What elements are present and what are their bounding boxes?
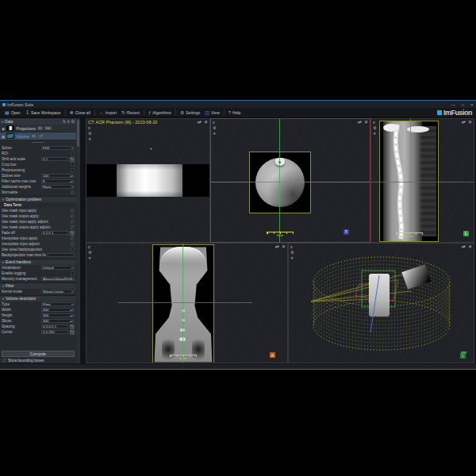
gear-icon[interactable]: ⚙ — [373, 126, 376, 130]
checkbox-checked[interactable]: ✓ — [71, 242, 75, 246]
checkbox-checked[interactable]: ✓ — [71, 214, 75, 218]
checkbox-checked[interactable]: ✓ — [71, 209, 75, 213]
checkbox-checked[interactable]: ✓ — [71, 225, 75, 229]
select-field[interactable]: None▾ — [41, 185, 75, 189]
spin-field[interactable]: 300▴▾ — [41, 313, 75, 317]
section-header-filter[interactable]: ▾Filter — [0, 282, 76, 289]
checkbox-checked[interactable]: ✓ — [71, 236, 75, 240]
spin-field[interactable]: 300▴▾ — [41, 308, 75, 312]
orientation-cube[interactable]: L — [460, 351, 467, 359]
section-collapse-icon[interactable]: ▾ — [2, 284, 4, 288]
show-bounding-boxes-checkbox[interactable]: ✓ — [2, 359, 6, 363]
checkbox-unchecked[interactable] — [71, 248, 75, 251]
compute-button[interactable]: Compute — [2, 351, 75, 357]
viewport-3d[interactable]: L ⇄✕≡⚙☀ — [288, 243, 474, 364]
edit-button[interactable]: ✎ — [70, 157, 75, 162]
toolbar-button-view[interactable]: ◫View — [202, 109, 221, 116]
close-button[interactable]: ✕ — [470, 102, 474, 107]
close-view-icon[interactable]: ✕ — [204, 120, 208, 125]
checkbox-unchecked[interactable] — [71, 271, 75, 275]
viewport-axial[interactable]: 5cm F ⇄✕≡⚙☀ — [210, 118, 370, 243]
scrollbar-thumb[interactable] — [77, 120, 79, 147]
viewport-coronal[interactable]: 5 cm A ⇄✕≡⚙☀ — [86, 243, 288, 364]
section-header-optimization-problem[interactable]: ▾Optimization problem — [0, 196, 76, 202]
data-panel-header-icon-1[interactable]: ▾ — [67, 119, 70, 124]
select-field[interactable]: Default▾ — [41, 266, 75, 270]
checkbox-checked[interactable]: ✓ — [71, 220, 75, 224]
spin-field[interactable]: 100▴▾ — [41, 174, 75, 178]
data-panel-header[interactable]: ▾ Data ⇅▾⚙ — [0, 118, 76, 125]
toolbar-button-settings[interactable]: ⚙Settings — [178, 109, 202, 116]
text-field[interactable]: 0.5 0.5 1 — [41, 324, 68, 328]
swap-view-icon[interactable]: ⇄ — [358, 120, 362, 125]
toolbar-button-open[interactable]: ▤Open — [2, 109, 23, 116]
crosshair-horizontal-red[interactable] — [371, 182, 474, 182]
show-bounding-boxes-row[interactable]: ✓ Show bounding boxes — [0, 358, 76, 363]
brightness-icon[interactable]: ☀ — [88, 137, 91, 141]
menu-icon[interactable]: ≡ — [373, 121, 376, 125]
eye-icon[interactable]: ◉ — [2, 126, 5, 131]
checkbox-unchecked[interactable] — [71, 168, 75, 172]
data-panel-header-icon-0[interactable]: ⇅ — [63, 119, 66, 124]
select-field[interactable]: FDK▾ — [41, 146, 75, 150]
brightness-icon[interactable]: ☀ — [88, 256, 91, 260]
viewport-sagittal[interactable]: 5 cm L ⇄✕≡⚙☀ — [370, 118, 474, 243]
menu-icon[interactable]: ≡ — [88, 245, 91, 249]
section-collapse-icon[interactable]: ▾ — [2, 297, 4, 301]
section-collapse-icon[interactable]: ▾ — [2, 260, 4, 264]
edit-button[interactable]: ✎ — [70, 231, 75, 236]
toolbar-button-save-workspace[interactable]: ↧Save Workspace — [23, 109, 63, 116]
toolbar-button-recent[interactable]: ↻Recent — [119, 109, 142, 116]
data-item-projections[interactable]: ◉Projections2D360 — [0, 125, 76, 132]
menu-icon[interactable]: ≡ — [290, 245, 294, 249]
toolbar-button-help[interactable]: ?Help — [226, 109, 244, 116]
crosshair-vertical-green[interactable] — [182, 244, 183, 363]
gear-icon[interactable]: ⚙ — [88, 132, 91, 136]
toolbar-button-close-all[interactable]: ⊗Close all — [67, 109, 93, 116]
text-field[interactable]: 0 0 250 — [41, 330, 68, 334]
left-panel-scrollbar[interactable] — [76, 118, 80, 363]
spin-field[interactable]: 300▴▾ — [41, 319, 75, 323]
data-panel-header-icon-2[interactable]: ⚙ — [71, 119, 75, 124]
gear-icon[interactable]: ⚙ — [213, 126, 216, 130]
viewport-projections[interactable]: CT: ACR Phantom (M) - 2023-08-20 + ⇄✕≡⚙☀ — [86, 118, 210, 243]
checkbox-checked[interactable]: ✓ — [71, 190, 75, 194]
minimize-button[interactable]: — — [451, 102, 455, 107]
spin-field[interactable]: 8▴▾ — [41, 179, 75, 183]
select-field[interactable]: AlwaysUploadToGL▾ — [41, 277, 75, 281]
edit-button[interactable]: ✎ — [70, 324, 75, 329]
close-view-icon[interactable]: ✕ — [468, 244, 472, 249]
eye-icon[interactable]: ◉ — [2, 134, 5, 139]
menu-icon[interactable]: ≡ — [88, 126, 91, 130]
swap-view-icon[interactable]: ⇄ — [275, 244, 279, 249]
maximize-button[interactable]: □ — [462, 102, 464, 107]
crosshair-vertical-blue[interactable] — [410, 119, 411, 242]
crosshair-horizontal-blue[interactable] — [211, 182, 370, 182]
section-header-volume-descriptor[interactable]: ▾Volume descriptor — [0, 295, 76, 301]
section-header-event-handlers[interactable]: ▾Event handlers — [0, 259, 76, 265]
gear-icon[interactable]: ⚙ — [88, 251, 91, 255]
crosshair-vertical-green[interactable] — [279, 119, 280, 242]
checkbox-unchecked[interactable] — [71, 152, 75, 155]
brightness-icon[interactable]: ☀ — [290, 256, 294, 260]
brightness-icon[interactable]: ☀ — [213, 132, 216, 136]
swap-view-icon[interactable]: ⇄ — [198, 120, 202, 125]
close-view-icon[interactable]: ✕ — [364, 120, 368, 125]
edit-button[interactable]: ✎ — [70, 330, 75, 335]
select-field[interactable]: Shepp-Logan▾ — [41, 290, 75, 294]
brightness-icon[interactable]: ☀ — [373, 132, 376, 136]
section-collapse-icon[interactable]: ▾ — [2, 198, 4, 202]
collapse-icon[interactable]: ▾ — [2, 120, 3, 124]
close-view-icon[interactable]: ✕ — [468, 120, 472, 125]
gear-icon[interactable]: ⚙ — [290, 251, 294, 255]
text-field[interactable]: 0.2 0.1 — [41, 231, 68, 235]
data-item-volume[interactable]: ◉Volume3DCT — [0, 132, 76, 140]
toolbar-button-algorithms[interactable]: ƒAlgorithms — [146, 109, 174, 116]
text-field[interactable]: 0 1 — [41, 157, 68, 161]
swap-view-icon[interactable]: ⇄ — [462, 120, 466, 125]
close-view-icon[interactable]: ✕ — [282, 244, 286, 249]
panel-splitter[interactable] — [0, 140, 76, 144]
checkbox-unchecked[interactable] — [71, 163, 75, 167]
menu-icon[interactable]: ≡ — [213, 121, 216, 125]
crosshair-horizontal-red[interactable] — [118, 302, 252, 303]
